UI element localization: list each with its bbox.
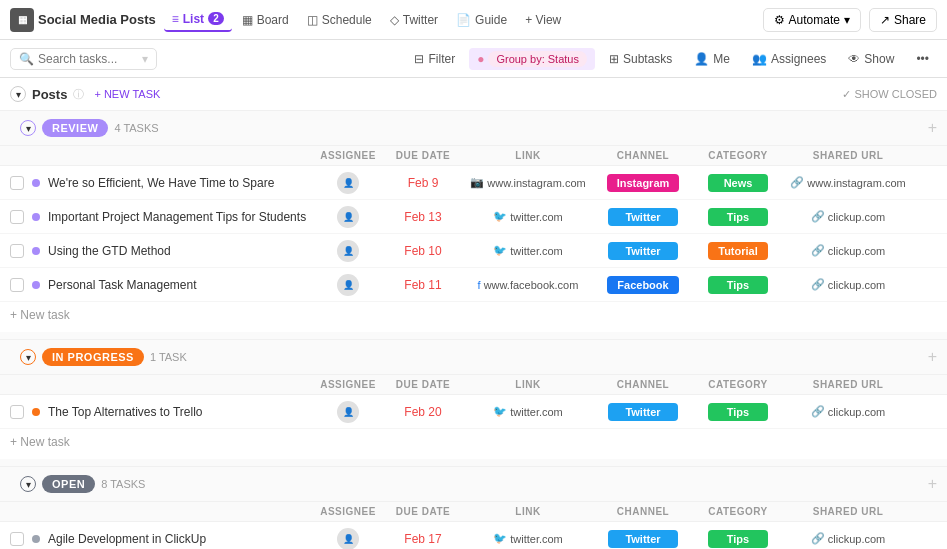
task-checkbox[interactable] — [10, 176, 24, 190]
task-shared-url[interactable]: 🔗 www.instagram.com — [783, 176, 913, 189]
search-icon: 🔍 — [19, 52, 34, 66]
task-status-dot — [32, 281, 40, 289]
search-input[interactable] — [38, 52, 138, 66]
facebook-icon: f — [478, 279, 481, 291]
board-icon: ▦ — [242, 13, 253, 27]
task-category: Tutorial — [693, 242, 783, 260]
avatar: 👤 — [337, 172, 359, 194]
add-task-icon[interactable]: + — [928, 119, 937, 137]
category-badge: News — [708, 174, 768, 192]
task-channel: Twitter — [593, 208, 693, 226]
category-badge: Tips — [708, 403, 768, 421]
assignees-button[interactable]: 👥 Assignees — [744, 49, 834, 69]
task-name: The Top Alternatives to Trello — [48, 405, 313, 419]
link-icon: 🔗 — [811, 278, 825, 291]
table-row[interactable]: Agile Development in ClickUp 👤 Feb 17 🐦 … — [0, 522, 947, 549]
filter-button[interactable]: ⊟ Filter — [406, 49, 463, 69]
channel-badge: Twitter — [608, 208, 678, 226]
task-name: Using the GTD Method — [48, 244, 313, 258]
table-row[interactable]: Important Project Management Tips for St… — [0, 200, 947, 234]
task-link[interactable]: 🐦 twitter.com — [463, 210, 593, 223]
new-task-button-top[interactable]: + NEW TASK — [94, 88, 160, 100]
group-by-button[interactable]: ● Group by: Status — [469, 48, 595, 70]
share-button[interactable]: ↗ Share — [869, 8, 937, 32]
task-checkbox[interactable] — [10, 278, 24, 292]
channel-badge: Twitter — [608, 242, 678, 260]
task-status-dot — [32, 213, 40, 221]
tab-guide[interactable]: 📄 Guide — [448, 9, 515, 31]
show-icon: 👁 — [848, 52, 860, 66]
link-icon: 🔗 — [811, 210, 825, 223]
automate-button[interactable]: ⚙ Automate ▾ — [763, 8, 861, 32]
twitter-icon: 🐦 — [493, 532, 507, 545]
task-checkbox[interactable] — [10, 532, 24, 546]
tab-schedule[interactable]: ◫ Schedule — [299, 9, 380, 31]
open-group: ▾ OPEN 8 TASKS + ASSIGNEE DUE DATE LINK … — [0, 467, 947, 549]
task-due-date: Feb 20 — [383, 405, 463, 419]
task-link[interactable]: 🐦 twitter.com — [463, 244, 593, 257]
task-checkbox[interactable] — [10, 210, 24, 224]
task-shared-url[interactable]: 🔗 clickup.com — [783, 532, 913, 545]
show-closed-button[interactable]: ✓ SHOW CLOSED — [842, 88, 937, 101]
link-icon: 🔗 — [811, 405, 825, 418]
review-collapse-button[interactable]: ▾ — [20, 120, 36, 136]
project-icon: ▦ — [10, 8, 34, 32]
task-checkbox[interactable] — [10, 244, 24, 258]
subtasks-icon: ⊞ — [609, 52, 619, 66]
table-row[interactable]: The Top Alternatives to Trello 👤 Feb 20 … — [0, 395, 947, 429]
task-assignee: 👤 — [313, 401, 383, 423]
info-icon: ⓘ — [73, 87, 84, 102]
twitter-icon: 🐦 — [493, 210, 507, 223]
table-row[interactable]: Personal Task Management 👤 Feb 11 f www.… — [0, 268, 947, 302]
task-link[interactable]: f www.facebook.com — [463, 279, 593, 291]
assignees-icon: 👥 — [752, 52, 767, 66]
task-shared-url[interactable]: 🔗 clickup.com — [783, 210, 913, 223]
new-task-row[interactable]: + New task — [0, 429, 947, 455]
toolbar-actions: ⊟ Filter ● Group by: Status ⊞ Subtasks 👤… — [406, 48, 937, 70]
add-task-icon[interactable]: + — [928, 475, 937, 493]
add-task-icon[interactable]: + — [928, 348, 937, 366]
tab-add-view[interactable]: + View — [517, 9, 569, 31]
task-due-date: Feb 9 — [383, 176, 463, 190]
task-link[interactable]: 📷 www.instagram.com — [463, 176, 593, 189]
channel-badge: Twitter — [608, 530, 678, 548]
task-link[interactable]: 🐦 twitter.com — [463, 532, 593, 545]
table-row[interactable]: Using the GTD Method 👤 Feb 10 🐦 twitter.… — [0, 234, 947, 268]
task-channel: Twitter — [593, 242, 693, 260]
inprogress-status-badge: IN PROGRESS — [42, 348, 144, 366]
subtasks-button[interactable]: ⊞ Subtasks — [601, 49, 680, 69]
tab-list[interactable]: ≡ List 2 — [164, 8, 232, 32]
posts-collapse-button[interactable]: ▾ — [10, 86, 26, 102]
more-button[interactable]: ••• — [908, 49, 937, 69]
task-link[interactable]: 🐦 twitter.com — [463, 405, 593, 418]
me-icon: 👤 — [694, 52, 709, 66]
new-task-row[interactable]: + New task — [0, 302, 947, 328]
tab-board[interactable]: ▦ Board — [234, 9, 297, 31]
tab-twitter[interactable]: ◇ Twitter — [382, 9, 446, 31]
link-icon: 🔗 — [790, 176, 804, 189]
avatar: 👤 — [337, 401, 359, 423]
instagram-icon: 📷 — [470, 176, 484, 189]
open-group-header: ▾ OPEN 8 TASKS + — [0, 467, 947, 502]
avatar: 👤 — [337, 274, 359, 296]
task-due-date: Feb 11 — [383, 278, 463, 292]
search-box[interactable]: 🔍 ▾ — [10, 48, 157, 70]
task-shared-url[interactable]: 🔗 clickup.com — [783, 244, 913, 257]
nav-tabs: ≡ List 2 ▦ Board ◫ Schedule ◇ Twitter 📄 … — [164, 8, 759, 32]
task-name: Important Project Management Tips for St… — [48, 210, 313, 224]
open-collapse-button[interactable]: ▾ — [20, 476, 36, 492]
task-category: Tips — [693, 276, 783, 294]
table-row[interactable]: We're so Efficient, We Have Time to Spar… — [0, 166, 947, 200]
task-shared-url[interactable]: 🔗 clickup.com — [783, 278, 913, 291]
avatar: 👤 — [337, 206, 359, 228]
me-button[interactable]: 👤 Me — [686, 49, 738, 69]
project-title: Social Media Posts — [38, 12, 156, 27]
chevron-down-icon: ▾ — [142, 52, 148, 66]
share-icon: ↗ — [880, 13, 890, 27]
inprogress-collapse-button[interactable]: ▾ — [20, 349, 36, 365]
task-status-dot — [32, 247, 40, 255]
task-checkbox[interactable] — [10, 405, 24, 419]
task-shared-url[interactable]: 🔗 clickup.com — [783, 405, 913, 418]
show-button[interactable]: 👁 Show — [840, 49, 902, 69]
open-table-header: ASSIGNEE DUE DATE LINK CHANNEL CATEGORY … — [0, 502, 947, 522]
